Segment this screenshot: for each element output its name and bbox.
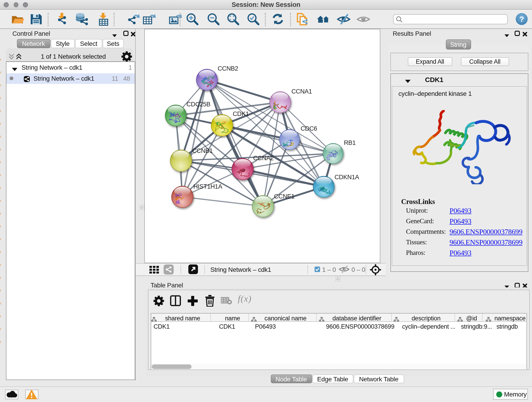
svg-text:CDK1: CDK1 bbox=[233, 110, 249, 117]
svg-text:HIST1H1A: HIST1H1A bbox=[193, 183, 222, 190]
svg-text:CCNE1: CCNE1 bbox=[274, 193, 295, 200]
svg-text:CCNA2: CCNA2 bbox=[253, 155, 274, 162]
svg-text:?: ? bbox=[519, 15, 524, 23]
svg-text:RB1: RB1 bbox=[344, 139, 355, 146]
svg-text:CDC25B: CDC25B bbox=[186, 101, 210, 108]
svg-text:CCNB2: CCNB2 bbox=[218, 65, 238, 72]
svg-text:CDC6: CDC6 bbox=[301, 125, 317, 132]
svg-text:CDKN1A: CDKN1A bbox=[335, 174, 359, 181]
svg-text:CCNA1: CCNA1 bbox=[291, 88, 312, 95]
svg-text:CCNB1: CCNB1 bbox=[192, 147, 213, 154]
